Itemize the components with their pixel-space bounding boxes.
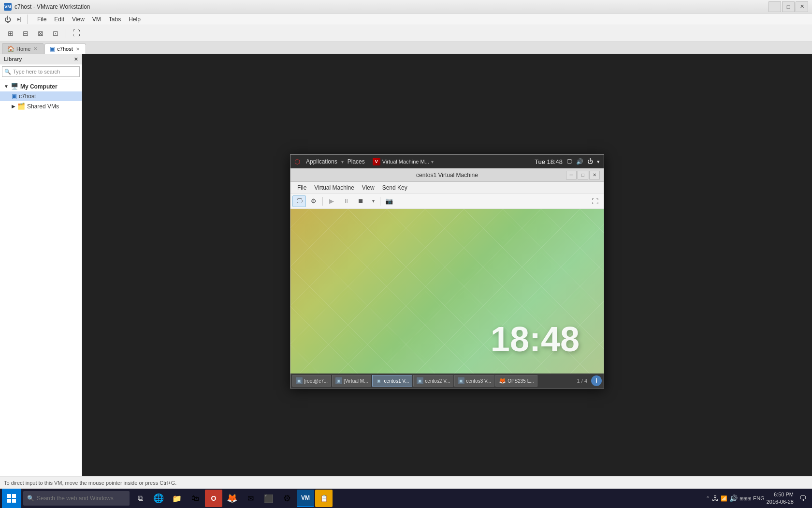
gnome-right-area: Tue 18:48 🖵 🔊 ⏻ ▾ [535, 158, 600, 165]
tb-fit-guest[interactable]: ⊞ [4, 27, 17, 40]
gnome-places[interactable]: Places [344, 158, 369, 165]
vm-task-virt-manager[interactable]: ▣ [Virtual M... [332, 375, 371, 387]
vm-task-centos2[interactable]: ▣ centos2 V... [413, 375, 453, 387]
vm-info-button[interactable]: i [591, 375, 602, 386]
system-tray: ⌃ 🖧 📶 🔊 ⊞⊞⊞ ENG 6:50 PM 2016-06-28 🗨 [706, 491, 810, 506]
vm-menu-bar: File Virtual Machine View Send Key [290, 182, 604, 194]
menu-tabs[interactable]: Tabs [105, 14, 125, 25]
vm-tb-power-on[interactable]: ▶ [325, 195, 338, 207]
vm-minimize-btn[interactable]: ─ [566, 171, 577, 179]
vm-task-ops235[interactable]: 🦊 OPS235 L... [495, 375, 537, 387]
taskbar-search-input[interactable] [23, 491, 130, 506]
vm-page-indicator: 1 / 4 [574, 378, 590, 384]
app-title: c7host - VMware Workstation [14, 3, 768, 10]
vm-task-centos3[interactable]: ▣ centos3 V... [454, 375, 494, 387]
vm-tb-console[interactable]: 🖵 [292, 195, 306, 207]
vm-window: ⬡ Applications ▾ Places V Virtual Machin… [290, 154, 604, 388]
start-button[interactable] [2, 489, 21, 508]
vm-tb-stop[interactable]: ⏹ [354, 195, 367, 207]
tab-c7host[interactable]: ▣ c7host ✕ [44, 44, 86, 54]
search-input[interactable] [2, 66, 80, 77]
svg-rect-8 [12, 499, 16, 503]
taskbar-mail-icon[interactable]: ✉ [242, 490, 259, 507]
windows-taskbar: 🔍 ⧉ 🌐 📁 🛍 O 🦊 ✉ ⬛ ⚙ VM 📋 ⌃ [0, 489, 812, 508]
maximize-button[interactable]: □ [782, 1, 795, 12]
tb-btn4[interactable]: ⊡ [49, 27, 62, 40]
tab-c7host-close[interactable]: ✕ [75, 46, 81, 52]
vm-taskbar: ▣ [root@c7... ▣ [Virtual M... ▣ centos1 … [290, 374, 604, 388]
system-clock[interactable]: 6:50 PM 2016-06-28 [767, 491, 798, 506]
vmm-dropdown-icon: ▾ [431, 159, 434, 164]
vm-task-centos1-icon: ▣ [376, 377, 382, 384]
gnome-top-bar: ⬡ Applications ▾ Places V Virtual Machin… [290, 155, 604, 168]
menu-view[interactable]: View [68, 14, 88, 25]
vm-maximize-btn[interactable]: □ [578, 171, 588, 179]
taskbar-explorer-icon[interactable]: 📁 [168, 490, 186, 507]
taskbar-office-icon[interactable]: O [205, 490, 222, 507]
vm-tb-dropdown[interactable]: ▾ [368, 195, 378, 207]
vm-tb-snapshot[interactable]: 📷 [382, 195, 396, 207]
vm-tb-settings[interactable]: ⚙ [307, 195, 320, 207]
tabs-bar: 🏠 Home ✕ ▣ c7host ✕ [0, 42, 812, 54]
tray-network-icon: 🖧 [712, 494, 719, 502]
gnome-settings-icon: ▾ [597, 159, 600, 165]
taskbar-search-container: 🔍 [23, 491, 130, 506]
vm-task-centos1[interactable]: ▣ centos1 V... [372, 375, 412, 387]
tray-grid-icon: ⊞⊞⊞ [740, 496, 751, 501]
tb-btn3[interactable]: ⊠ [34, 27, 47, 40]
vm-task-firefox-icon: 🦊 [499, 377, 506, 384]
tb-btn2[interactable]: ⊟ [19, 27, 32, 40]
vm-menu-view[interactable]: View [359, 183, 377, 192]
vm-menu-file[interactable]: File [294, 183, 309, 192]
toolbar-power-btn[interactable]: ⏻ [2, 13, 14, 26]
sidebar-close-btn[interactable]: ✕ [74, 57, 78, 62]
tb-fullscreen[interactable]: ⛶ [70, 27, 83, 40]
tree-my-computer[interactable]: ▼ 🖥️ My Computer [0, 81, 82, 91]
taskbar-ie-icon[interactable]: 🌐 [150, 490, 167, 507]
taskbar-vmware-icon[interactable]: VM [297, 490, 314, 507]
gnome-time: Tue 18:48 [535, 158, 563, 165]
sidebar-tree: ▼ 🖥️ My Computer ▣ c7host ▶ 🗂️ Shared VM… [0, 79, 82, 489]
gnome-power-icon: ⏻ [587, 158, 593, 165]
svg-rect-7 [7, 499, 11, 503]
vm-title-text: centos1 Virtual Machine [396, 172, 498, 179]
vm-tb-fullscreen[interactable]: ⛶ [588, 195, 602, 207]
taskbar-items: ⧉ 🌐 📁 🛍 O 🦊 ✉ ⬛ ⚙ VM 📋 [131, 490, 333, 507]
vm-desktop[interactable]: 18:48 [290, 209, 604, 374]
taskbar-store-icon[interactable]: 🛍 [187, 490, 204, 507]
tab-home-close[interactable]: ✕ [32, 46, 38, 51]
windows-logo-icon [7, 494, 16, 503]
vm-inner-toolbar: 🖵 ⚙ ▶ ⏸ ⏹ ▾ 📷 ⛶ [290, 194, 604, 209]
minimize-button[interactable]: ─ [768, 1, 781, 12]
tab-home[interactable]: 🏠 Home ✕ [2, 43, 44, 54]
collapse-icon: ▼ [4, 84, 9, 89]
notifications-icon[interactable]: 🗨 [799, 494, 808, 502]
vm-title-bar: centos1 Virtual Machine ─ □ ✕ [290, 168, 604, 182]
vm-task-root[interactable]: ▣ [root@c7... [292, 375, 331, 387]
tray-input-icon: ENG [753, 495, 765, 501]
vm-task-centos2-icon: ▣ [417, 377, 423, 384]
tray-arrow[interactable]: ⌃ [706, 495, 710, 502]
vm-close-btn[interactable]: ✕ [589, 171, 600, 179]
task-view-btn[interactable]: ⧉ [131, 490, 149, 507]
toolbar-btn2[interactable]: ▸| [14, 13, 24, 26]
menu-help[interactable]: Help [125, 14, 145, 25]
tray-sound-icon[interactable]: 🔊 [729, 494, 738, 502]
sidebar-search-area: 🔍 [0, 64, 82, 79]
tree-shared-vms[interactable]: ▶ 🗂️ Shared VMs [0, 101, 82, 111]
close-button[interactable]: ✕ [796, 1, 808, 12]
gnome-applications[interactable]: Applications [302, 158, 341, 165]
menu-file[interactable]: File [33, 14, 50, 25]
taskbar-terminal-icon[interactable]: ⬛ [260, 490, 277, 507]
vm-menu-virtual-machine[interactable]: Virtual Machine [311, 183, 357, 192]
status-text: To direct input to this VM, move the mou… [4, 480, 176, 486]
taskbar-notes-icon[interactable]: 📋 [315, 490, 333, 507]
taskbar-firefox-icon[interactable]: 🦊 [223, 490, 241, 507]
tree-c7host[interactable]: ▣ c7host [0, 91, 82, 101]
vm-menu-send-key[interactable]: Send Key [379, 183, 410, 192]
menu-edit[interactable]: Edit [50, 14, 68, 25]
vm-tb-pause[interactable]: ⏸ [339, 195, 353, 207]
tray-network-icon2: 📶 [721, 495, 727, 502]
menu-vm[interactable]: VM [88, 14, 105, 25]
taskbar-chrome-icon[interactable]: ⚙ [278, 490, 296, 507]
